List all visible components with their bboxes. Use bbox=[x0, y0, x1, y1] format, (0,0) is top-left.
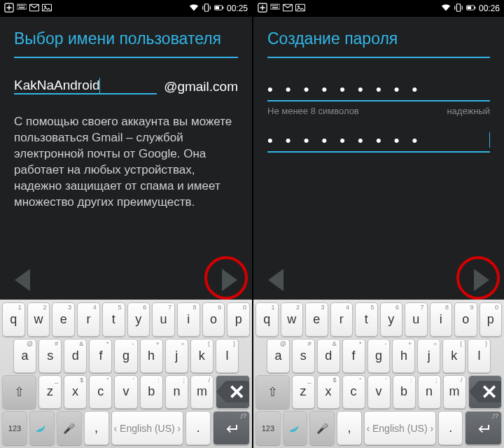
key-k[interactable]: k( bbox=[442, 339, 465, 373]
shift-key[interactable] bbox=[2, 375, 36, 410]
password-input[interactable]: • • • • • • • • • bbox=[267, 78, 490, 102]
svg-rect-28 bbox=[475, 6, 475, 8]
status-bar: 00:25 bbox=[0, 0, 252, 17]
keyboard: q1w2e3r4t5y6u7i8o9p0a@s#d&f*g-h+j=k(l)z_… bbox=[0, 300, 252, 448]
key-b[interactable]: b: bbox=[393, 375, 416, 410]
key-j[interactable]: j= bbox=[417, 339, 440, 373]
key-p[interactable]: p0 bbox=[227, 302, 250, 337]
mail-icon bbox=[29, 3, 39, 15]
key-d[interactable]: d& bbox=[317, 339, 340, 373]
key-t[interactable]: t5 bbox=[355, 302, 378, 337]
key-e[interactable]: e3 bbox=[305, 302, 328, 337]
key-w[interactable]: w2 bbox=[281, 302, 304, 337]
svg-rect-13 bbox=[223, 6, 223, 8]
clock-text: 00:26 bbox=[479, 4, 500, 13]
key-x[interactable]: x$ bbox=[317, 375, 340, 410]
password-confirm-input[interactable]: • • • • • • • • • bbox=[267, 129, 490, 151]
svg-rect-2 bbox=[18, 5, 18, 6]
enter-key[interactable]: ,!? bbox=[465, 411, 502, 445]
key-v[interactable]: v' bbox=[114, 375, 137, 410]
next-button[interactable] bbox=[214, 266, 245, 294]
vibrate-icon bbox=[454, 3, 463, 15]
back-button[interactable] bbox=[260, 266, 291, 294]
backspace-key[interactable] bbox=[468, 375, 503, 410]
key-r[interactable]: r4 bbox=[77, 302, 100, 337]
key-k[interactable]: k( bbox=[190, 339, 214, 373]
key-h[interactable]: h+ bbox=[140, 339, 163, 373]
svg-rect-11 bbox=[204, 4, 208, 11]
key-i[interactable]: i8 bbox=[430, 302, 453, 337]
comma-key[interactable]: , bbox=[337, 411, 362, 445]
key-f[interactable]: f* bbox=[89, 339, 112, 373]
key-w[interactable]: w2 bbox=[27, 302, 50, 337]
key-a[interactable]: a@ bbox=[267, 339, 290, 373]
key-u[interactable]: u7 bbox=[152, 302, 175, 337]
num-toggle-key[interactable]: 123 bbox=[2, 411, 27, 445]
key-z[interactable]: z_ bbox=[38, 375, 62, 410]
key-e[interactable]: e3 bbox=[52, 302, 75, 337]
svg-rect-6 bbox=[24, 5, 24, 6]
content-area: Выбор имени пользователя KakNaAndroid @g… bbox=[0, 17, 252, 300]
key-c[interactable]: c" bbox=[89, 375, 112, 410]
next-button[interactable] bbox=[466, 266, 497, 294]
key-z[interactable]: z_ bbox=[292, 375, 315, 410]
period-key[interactable]: . bbox=[186, 411, 211, 445]
mic-key[interactable] bbox=[309, 411, 335, 445]
svg-rect-1 bbox=[17, 4, 27, 9]
num-toggle-key[interactable]: 123 bbox=[255, 411, 281, 445]
key-b[interactable]: b: bbox=[140, 375, 163, 410]
space-key[interactable]: ‹ English (US) › bbox=[111, 411, 184, 445]
key-g[interactable]: g- bbox=[114, 339, 137, 373]
key-i[interactable]: i8 bbox=[177, 302, 200, 337]
key-g[interactable]: g- bbox=[368, 339, 391, 373]
key-c[interactable]: c" bbox=[342, 375, 365, 410]
key-y[interactable]: y6 bbox=[127, 302, 150, 337]
key-a[interactable]: a@ bbox=[13, 339, 36, 373]
key-d[interactable]: d& bbox=[64, 339, 87, 373]
svg-rect-3 bbox=[20, 5, 20, 6]
comma-key[interactable]: , bbox=[84, 411, 109, 445]
key-y[interactable]: y6 bbox=[380, 302, 403, 337]
svg-rect-4 bbox=[21, 5, 22, 6]
key-l[interactable]: l) bbox=[216, 339, 239, 373]
password-hint: Не менее 8 символов bbox=[267, 106, 359, 116]
key-q[interactable]: q1 bbox=[2, 302, 25, 337]
svg-rect-21 bbox=[277, 5, 278, 6]
svg-rect-19 bbox=[274, 5, 275, 6]
username-input[interactable]: KakNaAndroid bbox=[14, 78, 100, 93]
swift-key[interactable] bbox=[283, 411, 308, 445]
key-x[interactable]: x$ bbox=[64, 375, 87, 410]
space-key[interactable]: ‹ English (US) › bbox=[364, 411, 436, 445]
key-p[interactable]: p0 bbox=[479, 302, 503, 337]
svg-rect-20 bbox=[276, 5, 276, 6]
key-o[interactable]: o9 bbox=[454, 302, 477, 337]
key-m[interactable]: m/ bbox=[443, 375, 466, 410]
key-m[interactable]: m/ bbox=[190, 375, 214, 410]
key-o[interactable]: o9 bbox=[202, 302, 225, 337]
period-key[interactable]: . bbox=[438, 411, 463, 445]
key-q[interactable]: q1 bbox=[255, 302, 279, 337]
key-h[interactable]: h+ bbox=[392, 339, 415, 373]
mic-key[interactable] bbox=[57, 411, 82, 445]
status-bar: 00:26 bbox=[253, 0, 504, 17]
key-v[interactable]: v' bbox=[368, 375, 391, 410]
key-n[interactable]: n; bbox=[418, 375, 441, 410]
enter-key[interactable]: ,!? bbox=[213, 411, 250, 445]
backspace-key[interactable] bbox=[216, 375, 250, 410]
key-t[interactable]: t5 bbox=[102, 302, 125, 337]
key-f[interactable]: f* bbox=[342, 339, 365, 373]
swift-key[interactable] bbox=[29, 411, 55, 445]
add-icon bbox=[258, 3, 267, 15]
key-u[interactable]: u7 bbox=[405, 302, 428, 337]
key-s[interactable]: s# bbox=[292, 339, 315, 373]
key-j[interactable]: j= bbox=[165, 339, 188, 373]
svg-rect-5 bbox=[22, 5, 23, 6]
key-s[interactable]: s# bbox=[38, 339, 62, 373]
clock-text: 00:25 bbox=[227, 4, 248, 13]
key-l[interactable]: l) bbox=[468, 339, 491, 373]
shift-key[interactable] bbox=[255, 375, 290, 410]
svg-rect-7 bbox=[19, 7, 24, 8]
key-n[interactable]: n; bbox=[165, 375, 188, 410]
key-r[interactable]: r4 bbox=[330, 302, 354, 337]
back-button[interactable] bbox=[7, 266, 38, 294]
